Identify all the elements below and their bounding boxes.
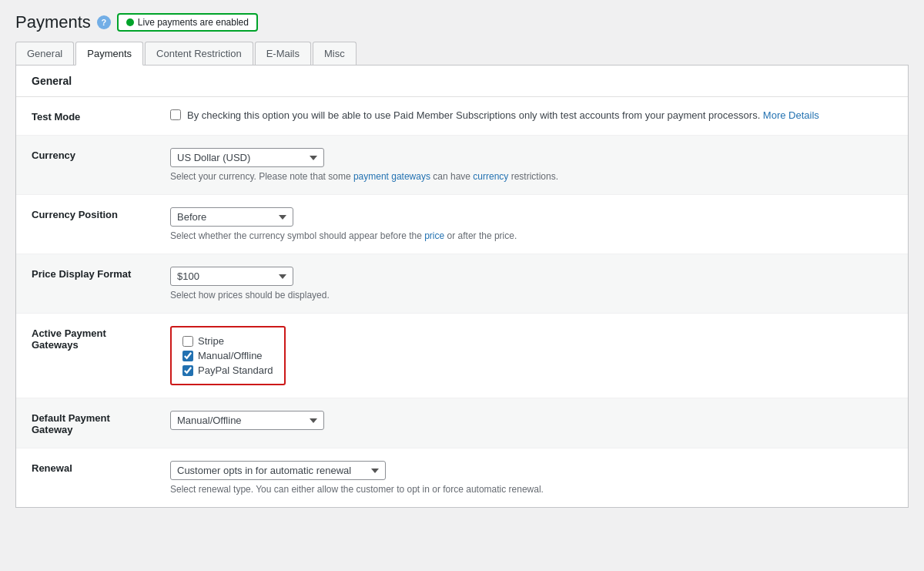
currency-position-label: Currency Position: [32, 207, 170, 220]
price-display-description: Select how prices should be displayed.: [170, 290, 892, 301]
default-gateway-row: Default PaymentGateway Manual/Offline Pa…: [16, 398, 908, 448]
currency-link[interactable]: currency: [473, 171, 508, 182]
price-display-select[interactable]: $100 $ 100 100$ 100 $: [170, 267, 293, 286]
gateways-label: Active PaymentGateways: [32, 326, 170, 351]
page-title: Payments: [15, 12, 91, 32]
price-display-control: $100 $ 100 100$ 100 $ Select how prices …: [170, 267, 892, 301]
manual-offline-label: Manual/Offline: [198, 350, 263, 361]
more-details-link[interactable]: More Details: [763, 109, 819, 121]
price-display-row: Price Display Format $100 $ 100 100$ 100…: [16, 254, 908, 314]
currency-description: Select your currency. Please note that s…: [170, 171, 892, 182]
renewal-select[interactable]: Customer opts in for automatic renewal F…: [170, 461, 386, 480]
stripe-checkbox[interactable]: [182, 336, 193, 347]
default-gateway-select[interactable]: Manual/Offline PayPal Standard Stripe: [170, 411, 324, 430]
paypal-standard-row: PayPal Standard: [182, 364, 273, 376]
gateways-box: Stripe Manual/Offline PayPal Standard: [170, 326, 286, 385]
currency-position-select[interactable]: Before After: [170, 207, 293, 227]
test-mode-row: Test Mode By checking this option you wi…: [16, 97, 908, 136]
currency-row: Currency US Dollar (USD) Euro (EUR) Brit…: [16, 136, 908, 195]
renewal-label: Renewal: [32, 461, 170, 474]
tab-general[interactable]: General: [15, 42, 74, 65]
tab-content-restriction[interactable]: Content Restriction: [145, 42, 253, 65]
tab-misc[interactable]: Misc: [313, 42, 357, 65]
gateways-row: Active PaymentGateways Stripe Manual/Off…: [16, 314, 908, 398]
status-text: Live payments are enabled: [138, 17, 249, 28]
tab-emails[interactable]: E-Mails: [255, 42, 311, 65]
help-icon[interactable]: ?: [97, 15, 111, 29]
content-area: General Test Mode By checking this optio…: [15, 65, 909, 508]
default-gateway-label: Default PaymentGateway: [32, 411, 170, 435]
price-display-label: Price Display Format: [32, 267, 170, 280]
test-mode-checkbox[interactable]: [170, 109, 181, 120]
stripe-row: Stripe: [182, 335, 273, 347]
renewal-row: Renewal Customer opts in for automatic r…: [16, 448, 908, 507]
currency-position-control: Before After Select whether the currency…: [170, 207, 892, 241]
currency-position-row: Currency Position Before After Select wh…: [16, 195, 908, 254]
section-header: General: [16, 65, 908, 97]
paypal-standard-checkbox[interactable]: [182, 365, 193, 376]
renewal-control: Customer opts in for automatic renewal F…: [170, 461, 892, 495]
currency-label: Currency: [32, 148, 170, 161]
status-badge: Live payments are enabled: [117, 13, 258, 32]
nav-tabs: General Payments Content Restriction E-M…: [15, 42, 909, 65]
tab-payments[interactable]: Payments: [75, 42, 143, 65]
manual-offline-row: Manual/Offline: [182, 350, 273, 361]
currency-position-description: Select whether the currency symbol shoul…: [170, 230, 892, 241]
test-mode-control: By checking this option you will be able…: [170, 109, 892, 121]
manual-offline-checkbox[interactable]: [182, 351, 193, 361]
paypal-standard-label: PayPal Standard: [198, 364, 273, 376]
renewal-description: Select renewal type. You can either allo…: [170, 484, 892, 495]
currency-control: US Dollar (USD) Euro (EUR) British Pound…: [170, 148, 892, 182]
gateways-control: Stripe Manual/Offline PayPal Standard: [170, 326, 892, 385]
currency-select[interactable]: US Dollar (USD) Euro (EUR) British Pound…: [170, 148, 324, 167]
stripe-label: Stripe: [198, 335, 224, 347]
default-gateway-control: Manual/Offline PayPal Standard Stripe: [170, 411, 892, 430]
payment-gateways-link[interactable]: payment gateways: [353, 171, 430, 182]
test-mode-label: Test Mode: [32, 109, 170, 123]
test-mode-text: By checking this option you will be able…: [187, 109, 819, 121]
price-link[interactable]: price: [424, 230, 444, 241]
status-dot: [126, 18, 134, 26]
